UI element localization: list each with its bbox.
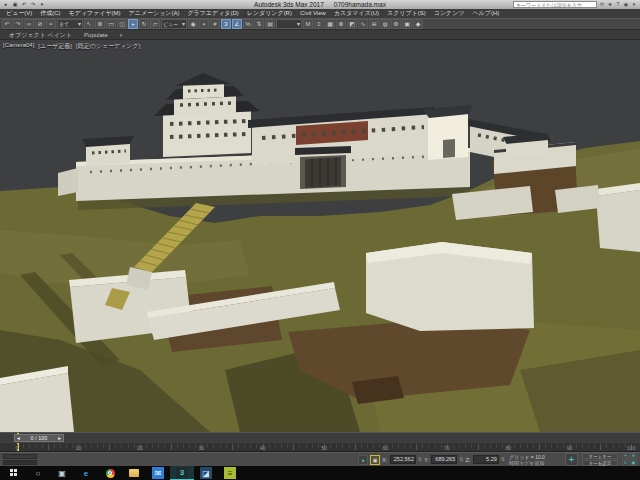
chrome-icon[interactable] [98,466,122,480]
vp-shading-label[interactable]: [既定のシェーディング] [76,42,140,51]
track-bar[interactable]: 0102030405060708090100 [0,442,640,452]
z-spinner[interactable]: ⇅ [501,455,505,464]
zoom-extents-icon[interactable]: + [565,453,578,466]
percent-snap-icon[interactable]: % [243,19,253,29]
render-setup-icon[interactable]: ⚙ [391,19,401,29]
frame-tick [103,444,104,448]
angle-snap-icon[interactable]: ∠ [232,19,242,29]
menu-item-6[interactable]: Civil View [296,9,330,18]
select-and-rotate-icon[interactable]: ↻ [139,19,149,29]
bind-to-space-warp-icon[interactable]: ≈ [46,19,56,29]
x-coordinate-field[interactable]: 252.562 [390,455,416,464]
y-spinner[interactable]: ⇅ [459,455,463,464]
auto-key-button[interactable]: オートキー [582,453,618,459]
more-icon[interactable]: ▾ [630,1,638,8]
ribbon-tab-1[interactable]: Populate [78,30,114,40]
undo-icon[interactable]: ↶ [2,19,12,29]
snap-toggle-3d-icon[interactable]: 3 [221,19,231,29]
time-slider-handle[interactable]: ◂ 0 / 100 ▸ [14,434,64,442]
select-and-link-icon[interactable]: ∞ [24,19,34,29]
sticky-notes-icon[interactable]: ≡ [218,466,242,480]
file-explorer-icon[interactable] [122,466,146,480]
frame-label: 30 [198,446,204,451]
material-editor-icon[interactable]: ◍ [380,19,390,29]
pan-hand-icon[interactable]: ✛ [622,453,629,459]
mail-icon[interactable]: ✉ [146,466,170,480]
menu-item-7[interactable]: カスタマイズ(U) [330,9,383,18]
undo-icon[interactable]: ↶ [20,1,28,8]
isolate-selection-icon[interactable]: ● [358,455,368,465]
menu-item-2[interactable]: モディファイヤ(M) [65,9,125,18]
app-menu-icon[interactable]: ▸ [2,1,10,8]
keyboard-shortcut-override-icon[interactable]: # [210,19,220,29]
cortana-icon[interactable]: ○ [26,466,50,480]
vp-user-label[interactable]: [ユーザ定義] [38,42,72,51]
viewport[interactable]: [Camera04][ユーザ定義][既定のシェーディング] [0,40,640,432]
sync-icon[interactable]: ⟳ [598,1,606,8]
use-pivot-center-icon[interactable]: ◉ [188,19,198,29]
spinner-snap-icon[interactable]: ⇅ [254,19,264,29]
z-coordinate-field[interactable]: 5.29 [473,455,499,464]
mirror-icon[interactable]: M [303,19,313,29]
redo-icon[interactable]: ↷ [29,1,37,8]
menu-item-0[interactable]: ビュー(V) [2,9,36,18]
selection-region-icon[interactable]: ▭ [106,19,116,29]
next-frame-icon[interactable]: ▸ [58,435,61,441]
user-icon[interactable]: ◉ [622,1,630,8]
unlink-selection-icon[interactable]: ⊘ [35,19,45,29]
menu-item-1[interactable]: 作成(C) [36,9,64,18]
select-and-move-icon[interactable]: + [128,19,138,29]
frame-tick [428,444,429,448]
curve-editor-icon[interactable]: ∿ [358,19,368,29]
menu-item-8[interactable]: スクリプト(S) [383,9,430,18]
favorites-icon[interactable]: ★ [606,1,614,8]
render-production-icon[interactable]: ◆ [413,19,423,29]
frame-tick [459,444,460,448]
vp-pov-label[interactable]: [Camera04] [3,42,34,51]
start-button[interactable] [2,466,26,480]
selection-filter-dropdown[interactable]: 全て▾ [57,19,83,29]
zoom-icon[interactable]: ⊕ [630,453,637,459]
edit-named-selection-sets-icon[interactable]: ▤ [265,19,275,29]
help-search-input[interactable] [513,1,597,8]
save-icon[interactable]: ▣ [11,1,19,8]
menu-item-4[interactable]: グラフエディタ(D) [183,9,242,18]
photos-icon[interactable]: ◪ [194,466,218,480]
maxscript-mini-listener[interactable] [3,454,37,465]
scene-explorer-icon[interactable]: ▦ [325,19,335,29]
help-icon[interactable]: ? [614,1,622,8]
align-icon[interactable]: ≡ [314,19,324,29]
redo-icon[interactable]: ↷ [13,19,23,29]
rendered-frame-window-icon[interactable]: ▣ [402,19,412,29]
menu-item-5[interactable]: レンダリング(R) [243,9,296,18]
frame-tick [551,444,552,448]
time-slider[interactable]: ◂ 0 / 100 ▸ [0,432,640,442]
ribbon-minimize-icon[interactable]: ▾ [120,32,123,38]
ribbon-tab-strip: オブジェクト ペイントPopulate ▾ [0,30,640,40]
window-crossing-icon[interactable]: ◫ [117,19,127,29]
3dsmax-icon[interactable]: 3 [170,466,194,480]
task-view-icon[interactable]: ▣ [50,466,74,480]
menu-item-9[interactable]: コンテンツ [430,9,469,18]
select-and-scale-icon[interactable]: ▱ [150,19,160,29]
ribbon-tab-0[interactable]: オブジェクト ペイント [3,30,78,40]
viewport-3d-scene[interactable] [0,40,640,432]
layer-explorer-icon[interactable]: ≣ [336,19,346,29]
named-selection-dropdown[interactable]: ▾ [276,19,302,29]
select-object-icon[interactable]: ↖ [84,19,94,29]
reference-coordinate-dropdown[interactable]: ビュー▾ [161,19,187,29]
edge-icon[interactable]: e [74,466,98,480]
select-and-manipulate-icon[interactable]: ⌖ [199,19,209,29]
y-coordinate-field[interactable]: 689.265 [431,455,457,464]
select-by-name-icon[interactable]: ≣ [95,19,105,29]
schematic-view-icon[interactable]: ⊞ [369,19,379,29]
absolute-offset-toggle[interactable]: ▣ [370,455,380,465]
frame-tick [164,444,165,448]
menu-item-10[interactable]: ヘルプ(H) [468,9,503,18]
x-spinner[interactable]: ⇅ [418,455,422,464]
add-time-tag[interactable]: 時間タグを追加 [509,460,561,466]
prev-frame-icon[interactable]: ◂ [17,435,20,441]
menu-item-3[interactable]: アニメーション(A) [125,9,184,18]
ribbon-toggle-icon[interactable]: ◩ [347,19,357,29]
workspace-dropdown-icon[interactable]: ▾ [38,1,46,8]
